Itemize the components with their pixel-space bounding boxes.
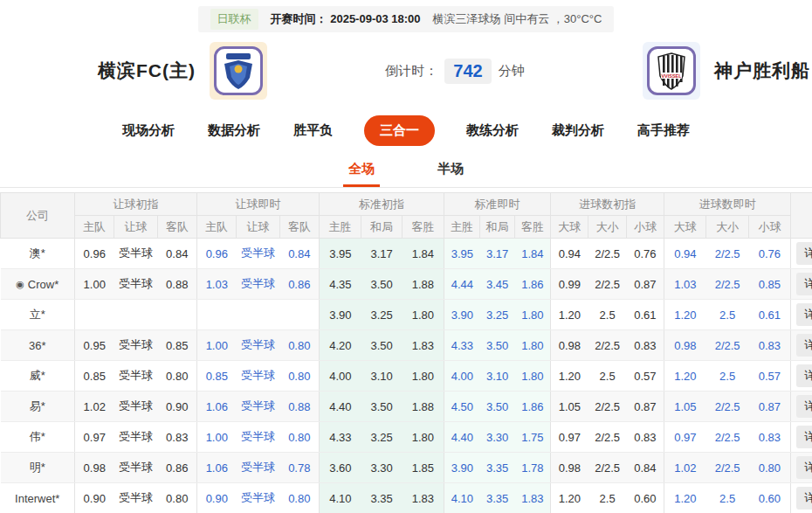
odds-cell-live[interactable]: 1.06 [197,453,237,483]
odds-cell-live[interactable]: 1.03 [664,269,706,300]
odds-cell-live[interactable]: 2.5 [706,483,749,513]
tab-三合一[interactable]: 三合一 [364,115,435,146]
odds-cell-live[interactable]: 4.00 [444,361,480,392]
odds-cell-live[interactable]: 0.80 [280,483,320,513]
detail-button[interactable]: 详 [796,273,812,295]
odds-cell-live[interactable]: 0.83 [749,422,791,453]
odds-cell-live[interactable]: 0.85 [749,269,791,300]
odds-cell-live[interactable]: 3.45 [480,269,515,300]
odds-cell-live[interactable]: 1.84 [515,239,551,269]
detail-button[interactable]: 详 [796,456,812,479]
subtab-半场[interactable]: 半场 [432,153,469,187]
odds-cell-live[interactable]: 1.20 [664,300,706,330]
odds-cell-live[interactable]: 0.80 [280,330,320,361]
odds-cell-live[interactable]: 1.02 [664,453,706,483]
odds-cell-live[interactable]: 2/2.5 [706,453,749,483]
odds-cell-live[interactable]: 0.85 [197,361,237,392]
odds-cell-live[interactable]: 受半球 [237,330,280,361]
odds-cell-live[interactable]: 3.25 [480,300,515,330]
odds-cell-live[interactable]: 受半球 [237,483,280,513]
odds-cell-live[interactable]: 0.80 [280,422,320,453]
tab-现场分析[interactable]: 现场分析 [120,115,176,146]
odds-cell-live[interactable]: 0.57 [749,361,791,392]
odds-cell-live[interactable]: 0.76 [749,239,791,269]
odds-cell-live[interactable]: 0.98 [664,330,706,361]
odds-cell-live[interactable]: 0.94 [664,239,706,269]
odds-cell-live[interactable]: 1.75 [515,422,551,453]
odds-cell-live[interactable]: 0.88 [280,392,320,422]
odds-cell-live[interactable]: 3.17 [480,239,515,269]
odds-cell-live[interactable]: 4.33 [444,330,480,361]
odds-cell-live[interactable]: 1.00 [197,330,237,361]
odds-cell-live[interactable]: 2/2.5 [706,422,749,453]
odds-cell-live[interactable]: 1.86 [515,269,551,300]
odds-cell-live[interactable]: 0.96 [197,239,237,269]
odds-cell-live[interactable]: 1.20 [664,483,706,513]
odds-cell-live[interactable]: 1.80 [515,300,551,330]
detail-button[interactable]: 详 [796,303,812,326]
odds-cell-live[interactable]: 受半球 [237,392,280,422]
odds-cell-live[interactable]: 1.20 [664,361,706,392]
odds-cell-live[interactable]: 3.50 [480,392,515,422]
odds-cell-live[interactable]: 1.05 [664,392,706,422]
odds-cell-live[interactable]: 2/2.5 [706,239,749,269]
odds-cell-live[interactable]: 3.95 [444,239,480,269]
odds-cell-live[interactable]: 1.03 [197,269,237,300]
tab-教练分析[interactable]: 教练分析 [464,115,520,146]
odds-cell-live[interactable]: 0.86 [280,269,320,300]
odds-cell-live[interactable]: 受半球 [237,239,280,269]
detail-button[interactable]: 详 [796,242,812,265]
odds-cell-live[interactable]: 0.78 [280,453,320,483]
detail-button[interactable]: 详 [796,334,812,357]
odds-cell-live[interactable]: 4.40 [444,422,480,453]
odds-cell-live[interactable]: 1.78 [515,453,551,483]
odds-cell-live[interactable] [197,300,237,330]
odds-cell-live[interactable]: 1.00 [197,422,237,453]
odds-cell-live[interactable]: 0.60 [749,483,791,513]
odds-cell-live[interactable]: 3.10 [480,361,515,392]
odds-cell-live[interactable]: 4.50 [444,392,480,422]
odds-cell-live[interactable]: 3.35 [480,453,515,483]
odds-cell-live[interactable] [280,300,320,330]
odds-cell-live[interactable]: 0.84 [280,239,320,269]
odds-cell-live[interactable]: 0.80 [280,361,320,392]
odds-cell-live[interactable]: 3.30 [480,422,515,453]
odds-cell-live[interactable]: 0.87 [749,392,791,422]
detail-button[interactable]: 详 [796,395,812,418]
odds-cell-live[interactable]: 1.80 [515,330,551,361]
odds-cell-live[interactable]: 受半球 [237,269,280,300]
odds-cell-live[interactable]: 1.83 [515,483,551,513]
subtab-全场[interactable]: 全场 [343,153,380,187]
odds-cell-live[interactable]: 受半球 [237,422,280,453]
odds-cell-live[interactable]: 1.06 [197,392,237,422]
odds-cell-live[interactable]: 1.86 [515,392,551,422]
odds-cell-live[interactable]: 2.5 [706,300,749,330]
tab-高手推荐[interactable]: 高手推荐 [636,115,692,146]
odds-cell-live[interactable]: 2/2.5 [706,269,749,300]
odds-cell-live[interactable]: 2/2.5 [706,330,749,361]
odds-cell-live[interactable]: 3.90 [444,453,480,483]
odds-cell-live[interactable]: 0.97 [664,422,706,453]
tab-裁判分析[interactable]: 裁判分析 [550,115,606,146]
odds-cell-live[interactable]: 0.83 [749,330,791,361]
odds-cell-live[interactable]: 受半球 [237,453,280,483]
odds-cell-live[interactable]: 4.10 [444,483,480,513]
tab-数据分析[interactable]: 数据分析 [206,115,262,146]
odds-cell-live[interactable]: 2.5 [706,361,749,392]
odds-cell-live[interactable]: 3.50 [480,330,515,361]
tab-胜平负[interactable]: 胜平负 [292,115,334,146]
odds-cell-live[interactable]: 受半球 [237,361,280,392]
odds-cell-live[interactable] [237,300,280,330]
odds-cell-live[interactable]: 0.61 [749,300,791,330]
detail-button[interactable]: 详 [796,426,812,448]
odds-cell-live[interactable]: 0.90 [197,483,237,513]
odds-cell-live[interactable]: 1.80 [515,361,551,392]
odds-cell-initial: 0.94 [551,239,588,269]
odds-cell-live[interactable]: 3.90 [444,300,480,330]
detail-button[interactable]: 详 [796,487,812,510]
odds-cell-live[interactable]: 0.80 [749,453,791,483]
odds-cell-live[interactable]: 4.44 [444,269,480,300]
odds-cell-live[interactable]: 3.35 [480,483,515,513]
odds-cell-live[interactable]: 2/2.5 [706,392,749,422]
detail-button[interactable]: 详 [796,364,812,387]
